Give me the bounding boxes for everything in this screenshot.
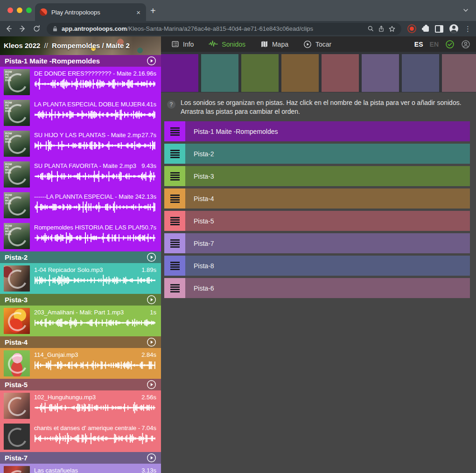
track-color-swatch[interactable]	[362, 54, 399, 92]
project-banner[interactable]: Kleos 2022 // Rompemoldes / Maite 2	[0, 36, 161, 55]
back-icon[interactable]	[5, 25, 13, 33]
forward-icon[interactable]	[19, 25, 27, 33]
nav-info[interactable]: Info	[171, 40, 194, 48]
track-color-swatch[interactable]	[442, 54, 476, 92]
record-extension-icon[interactable]	[407, 24, 416, 33]
drag-handle[interactable]	[164, 144, 185, 164]
new-tab-button[interactable]: +	[150, 5, 156, 17]
track-row[interactable]: Pista-2	[164, 144, 470, 164]
clip-item[interactable]: ROMPEMOLDES LA PLANTA ESPECIAL DOBLE MUJ…	[0, 97, 161, 128]
track-header[interactable]: Pista-1 Maite -Rompemoldes	[0, 55, 161, 67]
tab-close-icon[interactable]: ×	[135, 8, 141, 16]
track-header[interactable]: Pista-2	[0, 251, 161, 263]
clip-item[interactable]: ROMPEMOLDES SU HIJO Y LAS PLANTAS - Mait…	[0, 128, 161, 159]
loop-ring-icon	[5, 425, 30, 450]
track-row[interactable]: Pista-1 Maite -Rompemoldes	[164, 121, 470, 141]
clip-item[interactable]: chants et danses d' amerique centrale - …	[0, 421, 161, 452]
drag-handle[interactable]	[164, 211, 185, 231]
track-header[interactable]: Pista-3	[0, 294, 161, 306]
nav-tocar[interactable]: Tocar	[303, 40, 331, 49]
track-color-swatch[interactable]	[322, 54, 359, 92]
track-color-swatch[interactable]	[201, 54, 238, 92]
track-row[interactable]: Pista-3	[164, 166, 470, 186]
browser-menu-icon[interactable]: ⋮	[464, 25, 471, 33]
track-row[interactable]: Pista-8	[164, 256, 470, 276]
drag-handle[interactable]	[164, 121, 185, 141]
clip-item[interactable]: Las castañuelas 3.13s	[0, 464, 161, 473]
track-color-swatch[interactable]	[281, 54, 319, 92]
track-row-body[interactable]: Pista-1 Maite -Rompemoldes	[185, 121, 470, 141]
play-track-button[interactable]	[147, 453, 156, 463]
lang-en-button[interactable]: EN	[430, 41, 439, 48]
play-track-button[interactable]	[147, 337, 156, 347]
account-icon[interactable]	[461, 40, 470, 49]
track-row-body[interactable]: Pista-7	[185, 233, 470, 253]
close-window-button[interactable]	[7, 7, 13, 13]
clip-item[interactable]: ROMPEMOLDES SU PLANTA FAVORITA - Maite 2…	[0, 159, 161, 190]
track-row[interactable]: Pista-7	[164, 233, 470, 253]
drag-handle[interactable]	[164, 256, 185, 276]
share-icon[interactable]	[378, 25, 385, 33]
track-label: Pista-4	[185, 195, 214, 202]
track-header[interactable]: Pista-4	[0, 336, 161, 348]
nav-sonidos[interactable]: Sonidos	[209, 40, 245, 48]
clip-body: ------LA PLANNTA ESPECIAL - Maite 2.mp3 …	[34, 190, 156, 221]
track-row-body[interactable]: Pista-2	[185, 144, 470, 164]
nav-mapa[interactable]: Mapa	[260, 40, 288, 48]
track-row[interactable]: Pista-6	[164, 278, 470, 298]
play-track-button[interactable]	[147, 252, 156, 262]
clip-duration: 1s	[150, 309, 156, 316]
clip-item[interactable]: ROMPEMOLDES ------LA PLANNTA ESPECIAL - …	[0, 190, 161, 221]
waveform	[34, 359, 156, 371]
track-row-body[interactable]: Pista-5	[185, 211, 470, 231]
clip-title: SU PLANTA FAVORITA - Maite 2.mp3	[34, 162, 141, 169]
clip-title: SU HIJO Y LAS PLANTAS - Maite 2.mp3	[34, 132, 141, 139]
clip-title: DE DONDE ERES???????? - Maite 2.mp3	[34, 70, 138, 77]
zoom-window-button[interactable]	[26, 7, 32, 13]
track-row-body[interactable]: Pista-6	[185, 278, 470, 298]
nav-tocar-label: Tocar	[315, 41, 331, 48]
clip-item[interactable]: ROMPEMOLDES DE DONDE ERES???????? - Mait…	[0, 67, 161, 97]
reload-icon[interactable]	[33, 25, 41, 33]
clip-item[interactable]: ROMPEMOLDES Rompemoldes HISTORIA DE LAS …	[0, 221, 161, 251]
track-color-swatch[interactable]	[402, 54, 439, 92]
zoom-level-icon[interactable]	[367, 25, 374, 32]
clip-body: chants et danses d' amerique centrale - …	[34, 421, 156, 452]
waveform	[34, 109, 156, 121]
side-panel-icon[interactable]	[435, 25, 443, 33]
drag-handle[interactable]	[164, 233, 185, 253]
clip-item[interactable]: 1-04 Repicador Solo.mp3 1.89s	[0, 263, 161, 294]
track-row-body[interactable]: Pista-4	[185, 188, 470, 209]
play-track-button[interactable]	[147, 380, 156, 390]
track-color-swatch[interactable]	[161, 54, 198, 92]
clip-item[interactable]: 114_Gunjai.mp3 2.84s	[0, 348, 161, 379]
address-bar[interactable]: app.antropoloops.com/Kleos-Santa-Marina/…	[47, 23, 401, 35]
sidebar-track-section: Pista-5 102_Hunguhungu.mp3 2.56s chants …	[0, 379, 161, 452]
play-track-button[interactable]	[147, 295, 156, 305]
bookmark-star-icon[interactable]	[388, 25, 396, 33]
drag-handle[interactable]	[164, 278, 185, 298]
saved-check-icon[interactable]	[445, 40, 455, 49]
track-row[interactable]: Pista-4	[164, 188, 470, 209]
clip-thumbnail	[4, 308, 30, 334]
tab-search-chevron-icon[interactable]	[462, 7, 469, 14]
track-row-body[interactable]: Pista-3	[185, 166, 470, 186]
clip-item[interactable]: 102_Hunguhungu.mp3 2.56s	[0, 390, 161, 421]
browser-tab[interactable]: Play Antropoloops ×	[35, 3, 146, 21]
extensions-puzzle-icon[interactable]	[423, 26, 429, 32]
track-header[interactable]: Pista-5	[0, 379, 161, 390]
drag-handle[interactable]	[164, 166, 185, 186]
drag-handle[interactable]	[164, 188, 185, 209]
lang-es-button[interactable]: ES	[414, 41, 423, 48]
drag-handle-icon	[170, 262, 180, 270]
clip-thumbnail: ROMPEMOLDES	[4, 100, 30, 126]
track-row-body[interactable]: Pista-8	[185, 256, 470, 276]
minimize-window-button[interactable]	[17, 7, 22, 13]
clip-item[interactable]: 203_Amalihani - Mali: Part 1.mp3 1s	[0, 306, 161, 336]
clip-duration: 16.96s	[138, 70, 156, 77]
track-color-swatch[interactable]	[241, 54, 279, 92]
track-row[interactable]: Pista-5	[164, 211, 470, 231]
track-header[interactable]: Pista-7	[0, 452, 161, 464]
play-track-button[interactable]	[147, 56, 156, 66]
profile-avatar[interactable]	[449, 24, 458, 33]
